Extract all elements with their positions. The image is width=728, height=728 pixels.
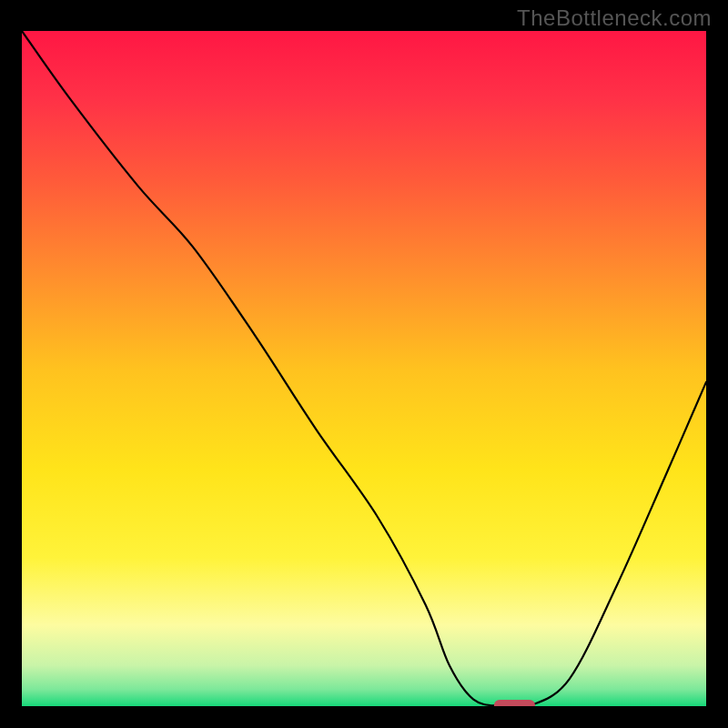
chart-background bbox=[22, 31, 706, 706]
chart-svg bbox=[22, 31, 706, 706]
chart-plot-area bbox=[22, 31, 706, 706]
optimal-marker bbox=[494, 700, 535, 706]
chart-frame: TheBottleneck.com bbox=[0, 0, 728, 728]
watermark-text: TheBottleneck.com bbox=[517, 5, 712, 31]
